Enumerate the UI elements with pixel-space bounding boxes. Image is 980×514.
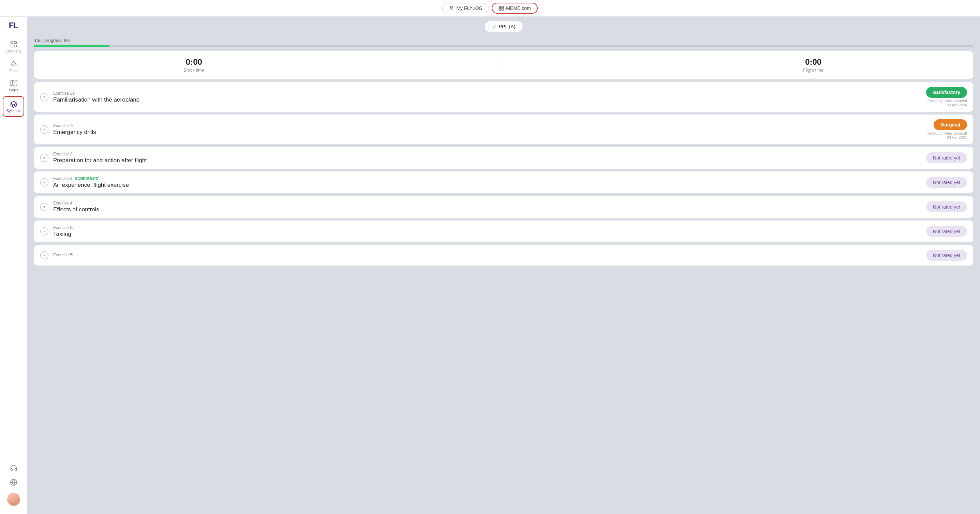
exercise-id: Exercise 1a (53, 91, 140, 96)
time-divider (504, 58, 504, 72)
exercise-title: Preparation for and action after flight (53, 157, 147, 164)
syllabus-label: Syllabus (6, 109, 21, 113)
maps-icon (10, 79, 18, 87)
exercise-right: Not rated yet (913, 177, 967, 188)
company-icon (10, 41, 18, 48)
exercise-right: Marginal Rated by Peter Schmidt03 Apr 20… (913, 119, 967, 140)
ppl-badge[interactable]: PPL (A) (484, 21, 523, 32)
exercise-right: Not rated yet (913, 152, 967, 163)
meme-label: MEME.com (506, 5, 531, 11)
exercise-id: Exercise 1b (53, 124, 96, 128)
rating-badge: Not rated yet (926, 201, 967, 213)
svg-marker-9 (10, 80, 17, 86)
svg-rect-6 (14, 41, 16, 44)
rated-by: Rated by Peter Schmidt03 Apr 2024 (928, 131, 967, 140)
fleet-icon (10, 60, 18, 68)
flylog-label: My FLYLOG (456, 5, 482, 11)
exercise-right: Not rated yet (913, 226, 967, 237)
expand-icon[interactable]: ▾ (40, 178, 48, 186)
sidebar-item-maps[interactable]: Maps (0, 76, 27, 95)
maps-label: Maps (9, 88, 18, 92)
content-area: PPL (A) Your progress: 8% 0:00 Block tim… (27, 17, 980, 514)
expand-icon[interactable]: ▾ (40, 154, 48, 162)
flight-time-label: Flight time (803, 68, 824, 73)
expand-icon[interactable]: ▾ (40, 93, 48, 101)
svg-rect-3 (499, 8, 501, 10)
expand-icon[interactable]: ▾ (40, 203, 48, 211)
exercises-container: ▾ Exercise 1a Familiarisation with the a… (34, 82, 973, 265)
progress-bar-fill (34, 44, 109, 47)
globe-icon[interactable] (10, 479, 18, 487)
exercise-row[interactable]: ▾ Exercise 3SCHEDULED Air experience: fl… (34, 171, 973, 193)
exercise-id: Exercise 4 (53, 201, 99, 206)
rating-badge: Not rated yet (926, 177, 967, 188)
flight-time-item: 0:00 Flight time (803, 57, 824, 73)
exercise-right: Satisfactory Rated by Peter Schmidt03 Ap… (913, 87, 967, 107)
svg-rect-4 (502, 8, 504, 10)
avatar[interactable] (7, 493, 20, 506)
sidebar-bottom (7, 464, 20, 510)
headset-icon[interactable] (10, 464, 18, 473)
exercise-right: Not rated yet (913, 201, 967, 213)
exercise-id: Exercise 2 (53, 152, 147, 157)
sidebar-item-fleet[interactable]: Fleet (0, 57, 27, 76)
logo: FL (9, 21, 18, 30)
block-time-label: Block time (184, 68, 204, 73)
exercise-left: ▾ Exercise 4 Effects of controls (40, 201, 99, 213)
exercise-meta: Exercise 3SCHEDULED Air experience: flig… (53, 176, 129, 189)
time-block: 0:00 Block time 0:00 Flight time (34, 51, 973, 79)
exercise-meta: Exercise 4 Effects of controls (53, 201, 99, 213)
company-label: Company (5, 49, 21, 53)
block-time-item: 0:00 Block time (184, 57, 204, 73)
exercise-id: Exercise 5a (53, 225, 75, 230)
meme-tab[interactable]: MEME.com (492, 3, 538, 14)
exercise-row[interactable]: ▾ Exercise 5a Taxiing Not rated yet (34, 221, 973, 242)
rating-badge: Not rated yet (926, 152, 967, 163)
exercise-left: ▾ Exercise 1a Familiarisation with the a… (40, 91, 140, 103)
expand-icon[interactable]: ▾ (40, 227, 48, 236)
main-layout: FL Company Fleet Maps (0, 17, 980, 514)
sidebar-item-syllabus[interactable]: Syllabus (3, 96, 24, 117)
rating-badge: Not rated yet (926, 250, 967, 261)
svg-rect-1 (499, 6, 501, 8)
exercise-left: ▾ Exercise 5a Taxiing (40, 225, 75, 238)
progress-label: Your progress: 8% (34, 38, 973, 43)
exercise-left: ▾ Exercise 3SCHEDULED Air experience: fl… (40, 176, 129, 189)
block-time-value: 0:00 (184, 57, 204, 67)
svg-rect-7 (11, 45, 13, 47)
progress-bar-bg (34, 44, 973, 47)
avatar-image (7, 493, 20, 506)
exercise-id: Exercise 3SCHEDULED (53, 176, 129, 181)
expand-icon[interactable]: ▾ (40, 251, 48, 259)
exercise-title: Taxiing (53, 231, 75, 238)
scheduled-badge: SCHEDULED (75, 176, 98, 181)
fleet-label: Fleet (9, 68, 18, 73)
exercise-left: ▾ Exercise 2 Preparation for and action … (40, 152, 147, 164)
user-icon (449, 5, 454, 11)
svg-rect-2 (502, 6, 504, 8)
rated-by: Rated by Peter Schmidt03 Apr 2024 (928, 99, 967, 107)
rating-badge: Satisfactory (926, 87, 967, 98)
flylog-tab[interactable]: My FLYLOG (442, 3, 489, 13)
sidebar-item-company[interactable]: Company (0, 37, 27, 57)
exercise-row[interactable]: ▾ Exercise 1a Familiarisation with the a… (34, 82, 973, 112)
exercise-row[interactable]: ▾ Exercise 2 Preparation for and action … (34, 147, 973, 169)
grid-icon (498, 5, 504, 11)
syllabus-icon (10, 100, 18, 108)
exercise-meta: Exercise 5a Taxiing (53, 225, 75, 238)
exercise-row[interactable]: ▾ Exercise 5b Not rated yet (34, 245, 973, 265)
progress-section: Your progress: 8% (34, 36, 973, 51)
exercise-title: Familiarisation with the aeroplane (53, 97, 140, 103)
rating-badge: Not rated yet (926, 226, 967, 237)
content-scroll[interactable]: Your progress: 8% 0:00 Block time 0:00 F… (27, 36, 980, 514)
exercise-row[interactable]: ▾ Exercise 1b Emergency drills Marginal … (34, 114, 973, 144)
exercise-meta: Exercise 1a Familiarisation with the aer… (53, 91, 140, 103)
ppl-label: PPL (A) (499, 24, 515, 29)
expand-icon[interactable]: ▾ (40, 125, 48, 133)
svg-rect-8 (14, 45, 16, 47)
exercise-meta: Exercise 2 Preparation for and action af… (53, 152, 147, 164)
flight-time-value: 0:00 (803, 57, 824, 67)
sidebar: FL Company Fleet Maps (0, 17, 27, 514)
exercise-row[interactable]: ▾ Exercise 4 Effects of controls Not rat… (34, 196, 973, 218)
exercise-left: ▾ Exercise 5b (40, 251, 75, 259)
